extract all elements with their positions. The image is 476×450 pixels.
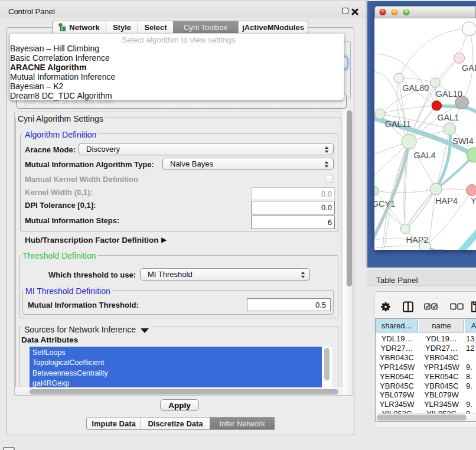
svg-text:GCY1: GCY1 [374, 199, 395, 208]
svg-text:GAL11: GAL11 [385, 119, 411, 129]
svg-text:YJ: YJ [471, 196, 476, 206]
svg-text:SWI4: SWI4 [452, 136, 473, 146]
svg-text:GAL2: GAL2 [462, 63, 476, 73]
svg-text:GAL10: GAL10 [436, 89, 462, 99]
svg-text:GAL80: GAL80 [402, 83, 429, 93]
svg-text:GAL4: GAL4 [413, 151, 435, 160]
svg-text:GAL1: GAL1 [437, 113, 459, 122]
svg-text:HAP2: HAP2 [406, 235, 429, 244]
svg-text:HAP4: HAP4 [435, 196, 458, 206]
